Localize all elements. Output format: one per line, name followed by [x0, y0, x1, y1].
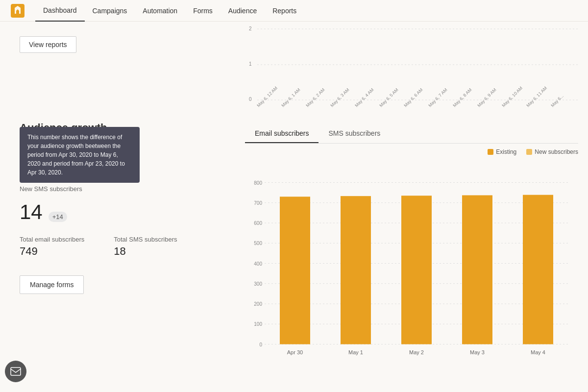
total-email-item: Total email subscribers 749 — [20, 236, 84, 258]
right-panel: 2 1 0 May 6, 12 AMMay 6, 1 AMMay 6, 2 AM… — [235, 22, 588, 392]
total-sms-label: Total SMS subscribers — [114, 236, 177, 243]
svg-text:700: 700 — [254, 200, 262, 206]
svg-text:May 6, 4 AM: May 6, 4 AM — [354, 87, 374, 108]
svg-text:200: 200 — [254, 301, 262, 307]
svg-text:May 3: May 3 — [470, 349, 485, 355]
svg-rect-42 — [462, 195, 492, 344]
chart-tabs: Email subscribers SMS subscribers — [245, 124, 578, 144]
svg-text:2: 2 — [249, 26, 252, 31]
total-sms-item: Total SMS subscribers 18 — [114, 236, 177, 258]
svg-text:May 6, 2 AM: May 6, 2 AM — [305, 87, 325, 108]
svg-text:0: 0 — [259, 342, 262, 347]
navigation: Dashboard Campaigns Automation Forms Aud… — [0, 0, 588, 22]
legend-existing-dot — [488, 149, 493, 155]
tab-email-subscribers[interactable]: Email subscribers — [245, 124, 318, 143]
legend-new-dot — [526, 149, 532, 155]
left-panel: View reports This number shows the diffe… — [0, 22, 235, 392]
new-sms-label: New SMS subscribers — [20, 185, 216, 193]
sms-metric-row: 14 +14 — [20, 200, 216, 224]
svg-rect-40 — [341, 196, 371, 344]
svg-text:0: 0 — [249, 97, 252, 102]
svg-text:May 6, 12 AM: May 6, 12 AM — [256, 85, 278, 108]
totals-row: Total email subscribers 749 Total SMS su… — [20, 236, 216, 258]
total-sms-value: 18 — [114, 245, 177, 258]
svg-rect-1 — [11, 368, 21, 375]
nav-automation[interactable]: Automation — [135, 0, 185, 22]
svg-text:600: 600 — [254, 220, 262, 226]
svg-text:Apr 30: Apr 30 — [287, 349, 303, 355]
svg-text:May 6...: May 6... — [550, 94, 564, 108]
logo[interactable] — [10, 3, 25, 19]
nav-audience[interactable]: Audience — [220, 0, 265, 22]
sms-metric-badge: +14 — [49, 212, 67, 222]
svg-rect-43 — [523, 195, 553, 344]
nav-reports[interactable]: Reports — [265, 0, 304, 22]
svg-text:May 6, 1 AM: May 6, 1 AM — [280, 87, 301, 108]
svg-text:May 6, 5 AM: May 6, 5 AM — [378, 87, 399, 108]
nav-dashboard[interactable]: Dashboard — [35, 0, 85, 22]
main-content: View reports This number shows the diffe… — [0, 22, 588, 392]
tab-sms-subscribers[interactable]: SMS subscribers — [318, 124, 390, 143]
total-email-label: Total email subscribers — [20, 236, 84, 243]
mail-fab-button[interactable] — [5, 361, 26, 382]
legend-new-subscribers: New subscribers — [526, 148, 578, 155]
legend-existing: Existing — [488, 148, 516, 155]
svg-text:May 6, 8 AM: May 6, 8 AM — [452, 87, 472, 108]
svg-text:800: 800 — [254, 180, 262, 186]
view-reports-button[interactable]: View reports — [20, 36, 76, 53]
top-line-chart: 2 1 0 May 6, 12 AMMay 6, 1 AMMay 6, 2 AM… — [245, 22, 578, 120]
svg-rect-41 — [401, 196, 432, 344]
svg-text:100: 100 — [254, 321, 262, 327]
svg-text:400: 400 — [254, 261, 262, 267]
svg-text:500: 500 — [254, 241, 262, 246]
bottom-chart-section: Email subscribers SMS subscribers Existi… — [245, 124, 578, 382]
svg-text:May 2: May 2 — [409, 349, 424, 355]
svg-text:May 6, 7 AM: May 6, 7 AM — [427, 87, 448, 108]
svg-text:May 6, 9 AM: May 6, 9 AM — [476, 87, 497, 108]
bar-chart: 0100200300400500600700800 Apr 30May 1May… — [245, 159, 578, 382]
svg-text:May 6, 10 AM: May 6, 10 AM — [501, 85, 523, 108]
manage-forms-button[interactable]: Manage forms — [20, 275, 84, 294]
sms-metric-value: 14 — [20, 200, 43, 224]
svg-text:May 1: May 1 — [348, 349, 363, 355]
svg-text:May 4: May 4 — [531, 349, 545, 355]
svg-text:May 6, 6 AM: May 6, 6 AM — [403, 87, 423, 108]
tooltip-box: This number shows the difference of your… — [20, 127, 140, 183]
nav-forms[interactable]: Forms — [185, 0, 220, 22]
nav-campaigns[interactable]: Campaigns — [85, 0, 135, 22]
svg-text:1: 1 — [249, 61, 252, 67]
svg-text:May 6, 11 AM: May 6, 11 AM — [525, 85, 548, 108]
svg-text:May 6, 3 AM: May 6, 3 AM — [329, 87, 350, 108]
svg-text:300: 300 — [254, 281, 262, 287]
total-email-value: 749 — [20, 245, 84, 258]
svg-rect-39 — [280, 196, 310, 344]
chart-legend: Existing New subscribers — [245, 148, 578, 155]
